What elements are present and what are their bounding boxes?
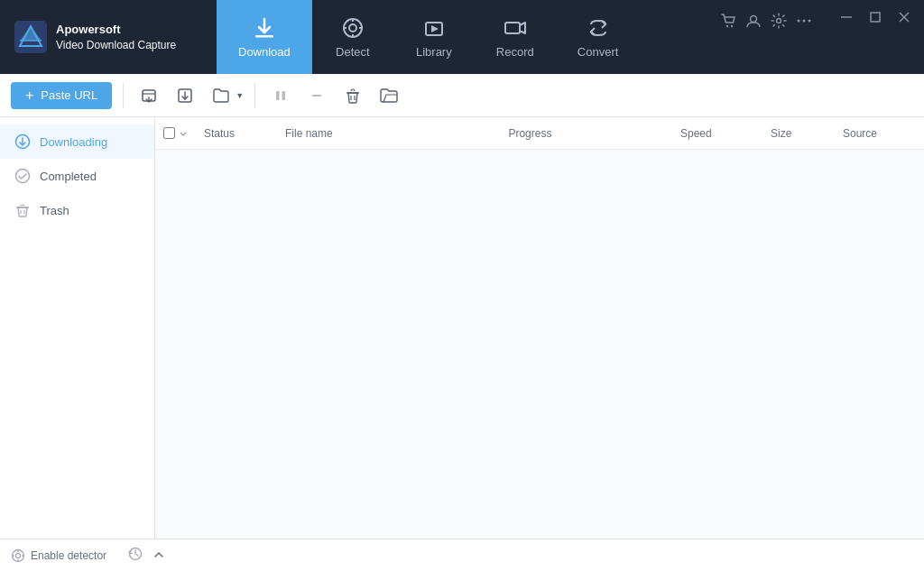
status-bar-right [125, 545, 168, 566]
table-area: Status File name Progress Speed Size Sou… [155, 117, 924, 539]
toolbar-divider-1 [123, 83, 124, 108]
convert-icon [586, 15, 611, 41]
sidebar-item-downloading[interactable]: Downloading [0, 124, 154, 159]
tab-record-label: Record [496, 45, 534, 59]
app-vendor: Apowersoft [56, 22, 176, 38]
svg-point-22 [808, 20, 811, 23]
select-all-checkbox[interactable] [163, 127, 175, 139]
tab-convert-label: Convert [578, 45, 619, 59]
th-filename-label: File name [285, 127, 333, 140]
svg-point-36 [16, 170, 30, 183]
th-progress-label: Progress [508, 127, 551, 140]
th-sort-icon [179, 129, 188, 138]
pause-button[interactable] [266, 82, 295, 109]
open-folder-button[interactable] [374, 82, 403, 109]
open-folder-icon [379, 86, 399, 106]
th-status-label: Status [204, 127, 235, 140]
svg-point-7 [349, 24, 356, 32]
more-icon[interactable] [792, 11, 816, 31]
tab-download-label: Download [238, 45, 291, 59]
app-logo-icon [14, 21, 47, 53]
downloading-icon [14, 134, 31, 150]
library-icon [421, 15, 447, 41]
maximize-button[interactable] [863, 7, 888, 27]
nav-tabs: Download Detect Library [217, 0, 706, 74]
th-speed: Speed [671, 127, 762, 140]
sidebar: Downloading Completed Trash [0, 117, 155, 539]
chevron-up-button[interactable] [150, 548, 168, 563]
user-icon[interactable] [742, 11, 765, 31]
svg-marker-15 [520, 23, 525, 33]
import-url-icon [140, 87, 158, 105]
svg-point-41 [16, 553, 21, 557]
pause-icon [272, 87, 290, 105]
delete-button[interactable] [338, 82, 367, 109]
sidebar-item-downloading-label: Downloading [40, 135, 107, 149]
record-icon [503, 15, 528, 41]
delete-icon [344, 87, 362, 105]
stop-icon [308, 87, 326, 105]
import-file-icon [176, 87, 194, 105]
detect-icon [340, 15, 365, 41]
table-header: Status File name Progress Speed Size Sou… [155, 117, 924, 150]
download-icon [252, 15, 277, 41]
tab-detect-label: Detect [336, 45, 370, 59]
app-name: Video Download Capture [56, 38, 176, 53]
status-bar-left: Enable detector [11, 548, 106, 563]
import-file-button[interactable] [171, 82, 199, 109]
import-folder-button-group[interactable]: ▼ [207, 82, 244, 109]
table-body [155, 150, 924, 420]
th-checkbox [155, 127, 195, 139]
th-size-label: Size [771, 127, 791, 140]
svg-point-18 [751, 16, 757, 23]
svg-point-19 [777, 19, 781, 23]
th-size: Size [762, 127, 834, 140]
th-filename: File name [276, 127, 499, 140]
th-speed-label: Speed [680, 127, 712, 140]
paste-url-plus: + [25, 87, 33, 104]
enable-detector-label: Enable detector [31, 549, 106, 562]
sidebar-item-completed[interactable]: Completed [0, 159, 154, 193]
completed-icon [14, 168, 31, 184]
th-source-label: Source [843, 127, 877, 140]
cart-icon[interactable] [716, 11, 740, 31]
tab-detect[interactable]: Detect [312, 0, 393, 74]
paste-url-label: Paste URL [41, 88, 97, 102]
settings-icon[interactable] [767, 11, 790, 31]
history-icon [128, 547, 143, 561]
title-bar: Apowersoft Video Download Capture Downlo… [0, 0, 924, 74]
stop-button[interactable] [302, 82, 331, 109]
window-controls [827, 0, 924, 27]
import-folder-dropdown-arrow[interactable]: ▼ [236, 91, 244, 100]
tab-download[interactable]: Download [217, 0, 312, 74]
svg-rect-5 [255, 35, 273, 38]
app-logo: Apowersoft Video Download Capture [0, 21, 217, 53]
tab-library[interactable]: Library [393, 0, 475, 74]
toolbar: + Paste URL ▼ [0, 74, 924, 117]
sidebar-item-completed-label: Completed [40, 170, 97, 183]
th-progress: Progress [499, 127, 671, 140]
tab-library-label: Library [416, 45, 452, 59]
header-icons [706, 0, 827, 31]
toolbar-divider-2 [254, 83, 255, 108]
svg-marker-13 [431, 25, 439, 32]
enable-detector-icon [11, 548, 25, 563]
svg-point-21 [803, 20, 806, 23]
import-url-button[interactable] [134, 82, 163, 109]
close-button[interactable] [892, 7, 917, 27]
th-status: Status [195, 127, 276, 140]
tab-record[interactable]: Record [475, 0, 556, 74]
tab-convert[interactable]: Convert [556, 0, 641, 74]
svg-rect-29 [276, 91, 280, 100]
svg-point-20 [798, 20, 800, 23]
svg-rect-30 [282, 91, 286, 100]
svg-point-16 [726, 25, 728, 27]
minimize-button[interactable] [834, 7, 859, 27]
sidebar-item-trash-label: Trash [40, 204, 69, 217]
import-folder-button[interactable] [207, 82, 236, 109]
svg-point-17 [731, 25, 733, 27]
history-back-button[interactable] [125, 545, 146, 566]
sidebar-item-trash[interactable]: Trash [0, 193, 154, 227]
trash-icon [14, 202, 31, 218]
paste-url-button[interactable]: + Paste URL [11, 82, 112, 109]
